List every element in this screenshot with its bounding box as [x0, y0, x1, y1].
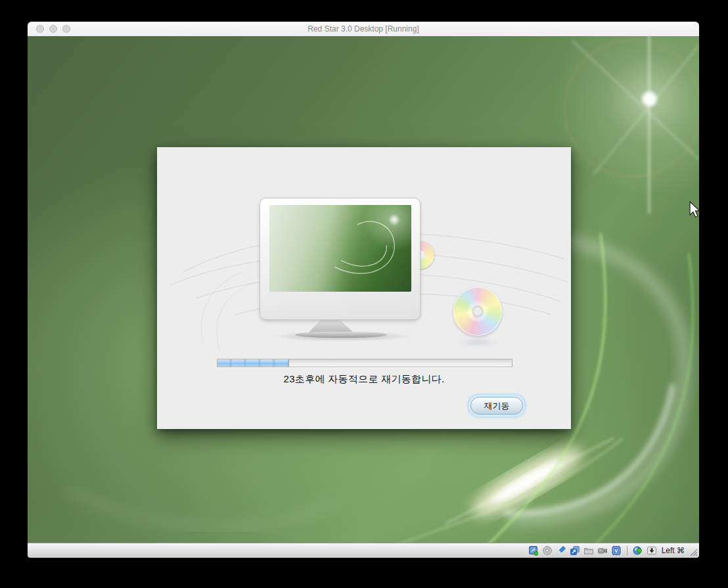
- monitor-stand-base: [295, 332, 387, 338]
- features-icon[interactable]: V: [611, 545, 622, 556]
- mouse-cursor-icon: [689, 201, 702, 219]
- monitor-screen: [269, 205, 411, 292]
- virtualbox-window: Red Star 3.0 Desktop [Running]: [28, 22, 699, 558]
- countdown-message: 23초후에 자동적으로 재기동합니다.: [157, 373, 571, 386]
- restart-button[interactable]: 재기동: [470, 397, 523, 415]
- monitor-illustration: [256, 193, 426, 346]
- optical-drives-icon[interactable]: [542, 545, 553, 556]
- cd-hole: [472, 306, 483, 317]
- flare-ring: [564, 40, 699, 177]
- restart-progress-bar: [217, 359, 512, 367]
- mouse-integration-icon[interactable]: [633, 545, 643, 556]
- vm-display[interactable]: 23초후에 자동적으로 재기동합니다. 재기동: [28, 36, 699, 543]
- installer-dialog: 23초후에 자동적으로 재기동합니다. 재기동: [157, 147, 571, 429]
- vm-status-bar: V Left ⌘: [28, 543, 699, 558]
- keyboard-capture-icon[interactable]: [647, 545, 657, 556]
- video-capture-icon[interactable]: [597, 545, 608, 556]
- network-icon[interactable]: [556, 545, 566, 556]
- host-key-label: Left ⌘: [662, 546, 685, 555]
- window-titlebar[interactable]: Red Star 3.0 Desktop [Running]: [28, 22, 699, 37]
- progress-fill: [217, 359, 289, 367]
- window-title: Red Star 3.0 Desktop [Running]: [28, 22, 699, 36]
- rainbow-cd-icon: [453, 287, 502, 336]
- cd-reflection: [456, 338, 499, 347]
- usb-icon[interactable]: [570, 545, 580, 556]
- flare-rays: [572, 36, 699, 214]
- monitor-bezel: [260, 198, 421, 320]
- shared-folders-icon[interactable]: [583, 545, 594, 556]
- features-letter: V: [614, 548, 618, 554]
- hard-disks-icon[interactable]: [528, 545, 539, 556]
- statusbar-separator: [627, 546, 627, 555]
- screenshot-stage: Red Star 3.0 Desktop [Running]: [0, 0, 728, 588]
- resize-grip-icon[interactable]: [689, 547, 698, 556]
